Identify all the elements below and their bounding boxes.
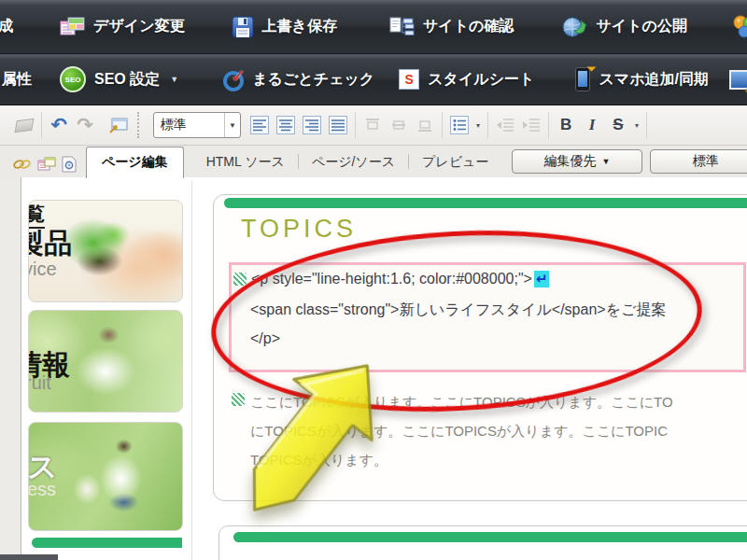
link-icon[interactable]	[13, 157, 32, 172]
indent-icon	[521, 117, 542, 133]
style-dropdown-arrow-icon: ▼	[224, 113, 240, 137]
smartphone-sync-button[interactable]: スマホ追加/同期	[575, 67, 709, 91]
design-change-button[interactable]: デザイン変更	[60, 17, 185, 36]
edit-priority-dropdown[interactable]: 編集優先 ▼	[512, 149, 642, 174]
paragraph-style-dropdown[interactable]: 標準 ▼	[153, 112, 241, 138]
cut-toolbar-button[interactable]: 成	[0, 17, 19, 36]
page-edit-canvas[interactable]: 覧 製品 vice 情報 ruit ス ess TOPICS <p style=…	[0, 177, 747, 560]
sidebar-card2-subtitle: ruit	[28, 372, 51, 394]
stylesheet-button[interactable]: S スタイルシート	[399, 69, 534, 90]
align-right-icon	[303, 116, 321, 134]
valign-bottom-button[interactable]	[412, 112, 438, 138]
format-separator	[548, 112, 549, 138]
bold-label: B	[560, 116, 571, 134]
sidebar-photo-access[interactable]: ス ess	[28, 422, 183, 531]
format-separator	[646, 112, 647, 138]
seo-settings-button[interactable]: SEO SEO 設定 ▼	[60, 66, 178, 92]
pages-icon[interactable]	[37, 157, 56, 172]
layout-column-separator	[191, 181, 192, 560]
align-right-button[interactable]	[299, 112, 325, 138]
attribute-button[interactable]: 属性	[2, 70, 32, 90]
format-toolbar: ↶ ↷ 標準 ▼	[0, 105, 747, 146]
redo-icon: ↷	[77, 114, 93, 136]
align-center-button[interactable]	[273, 112, 299, 138]
italic-button[interactable]: I	[579, 112, 605, 138]
next-section-top-bar	[233, 532, 747, 542]
save-button[interactable]: 上書き保存	[232, 16, 337, 38]
tab-bar-icons	[0, 156, 86, 177]
site-check-icon	[389, 17, 415, 37]
format-separator	[41, 112, 42, 138]
full-check-button[interactable]: ✓ まるごとチェック	[223, 69, 374, 90]
valign-middle-button[interactable]	[386, 112, 412, 138]
list-dropdown-arrow-icon[interactable]: ▾	[476, 121, 480, 130]
site-check-label: サイトの確認	[423, 17, 514, 36]
tab-preview[interactable]: プレビュー	[409, 148, 501, 177]
site-check-button[interactable]: サイトの確認	[389, 17, 514, 37]
eraser-button[interactable]	[11, 112, 37, 138]
list-icon	[450, 116, 469, 134]
sidebar-card3-subtitle: ess	[28, 479, 56, 500]
bold-button[interactable]: B	[553, 112, 579, 138]
indent-button[interactable]	[518, 112, 544, 138]
eraser-icon	[14, 118, 34, 132]
background-image-button[interactable]: 背景画	[729, 70, 747, 90]
align-left-icon	[250, 116, 269, 134]
smartphone-icon	[575, 67, 590, 91]
strikethrough-button[interactable]: S	[605, 112, 631, 138]
site-publish-globe-icon	[562, 15, 587, 39]
access-analytics-button[interactable]: アクセス解	[732, 15, 747, 38]
edit-marker-icon	[233, 273, 247, 286]
sidebar-photo-info[interactable]: 情報 ruit	[28, 310, 183, 413]
align-justify-button[interactable]	[325, 112, 351, 138]
site-publish-button[interactable]: サイトの公開	[562, 15, 687, 39]
edit-priority-arrow-icon: ▼	[602, 157, 611, 166]
format-separator	[442, 112, 443, 138]
valign-bottom-icon	[416, 116, 434, 134]
stylesheet-label: スタイルシート	[428, 70, 534, 90]
scrollbar-corner	[0, 554, 58, 560]
undo-button[interactable]: ↶	[46, 112, 72, 138]
topics-heading[interactable]: TOPICS	[241, 215, 357, 244]
tab-page-source[interactable]: ページ/ソース	[299, 148, 408, 177]
mode-standard-dropdown[interactable]: 標準	[650, 149, 747, 174]
strikethrough-label: S	[613, 116, 623, 134]
smartphone-sync-label: スマホ追加/同期	[599, 70, 709, 90]
align-left-button[interactable]	[247, 112, 273, 138]
sidebar-card1-title: 製品	[28, 225, 72, 263]
secondary-toolbar: 属性 SEO SEO 設定 ▼ ✓ まるごとチェック S スタイルシート スマホ…	[0, 54, 747, 105]
redo-button[interactable]: ↷	[72, 112, 98, 138]
editor-left-gutter	[0, 177, 21, 560]
topics-section-top-bar	[224, 198, 747, 208]
list-button[interactable]	[446, 112, 472, 138]
save-label: 上書き保存	[262, 17, 337, 36]
edit-priority-value: 編集優先	[544, 153, 597, 170]
mode-standard-value: 標準	[693, 153, 719, 170]
sidebar-photo-products[interactable]: 覧 製品 vice	[28, 200, 183, 302]
save-floppy-icon	[232, 16, 254, 38]
align-center-icon	[276, 116, 295, 134]
design-change-icon	[60, 17, 85, 36]
strike-dropdown-arrow-icon[interactable]: ▾	[635, 121, 639, 130]
outdent-button[interactable]	[492, 112, 518, 138]
seo-badge-icon: SEO	[60, 66, 86, 92]
main-toolbar: 成 デザイン変更 上書き	[0, 0, 747, 54]
tab-html-source[interactable]: HTML ソース	[193, 148, 298, 177]
paragraph-style-value: 標準	[154, 117, 224, 133]
stylesheet-s-icon: S	[399, 69, 419, 90]
background-image-icon	[729, 70, 747, 90]
access-analytics-icon	[732, 15, 747, 38]
tab-page-edit[interactable]: ページ編集	[86, 147, 184, 178]
cut-button-label: 成	[0, 18, 13, 34]
edit-marker-icon	[232, 393, 245, 406]
sidebar-section-bar	[32, 538, 182, 548]
italic-label: I	[589, 116, 596, 134]
app-window: 成 デザイン変更 上書き	[0, 0, 747, 560]
snapshot-icon[interactable]	[62, 156, 77, 173]
valign-top-button[interactable]	[359, 112, 386, 138]
seo-dropdown-arrow-icon: ▼	[170, 75, 178, 84]
align-justify-icon	[329, 116, 347, 134]
format-separator	[355, 112, 356, 138]
paste-special-button[interactable]	[106, 112, 132, 138]
toolbar-grip[interactable]	[137, 112, 142, 138]
